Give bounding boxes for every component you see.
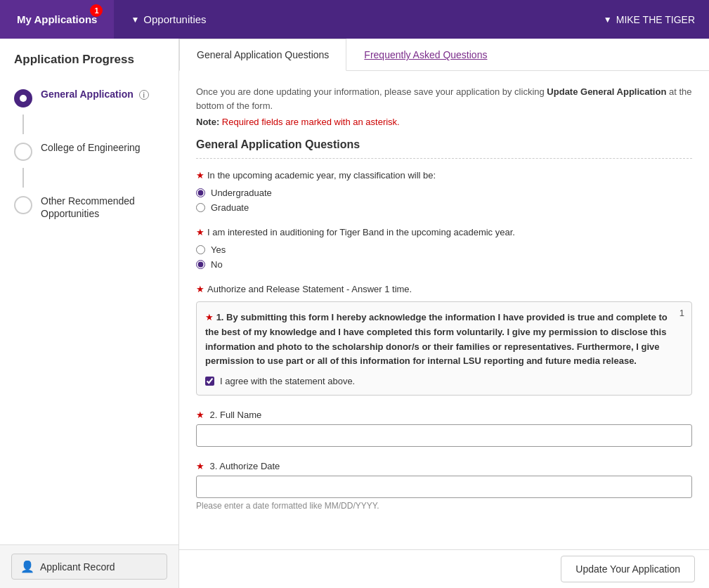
question-authorize-label: ★Authorize and Release Statement - Answe… xyxy=(196,284,692,294)
question-authorize-release: ★Authorize and Release Statement - Answe… xyxy=(196,284,692,396)
radio-no[interactable]: No xyxy=(196,259,692,270)
user-label: MIKE THE TIGER xyxy=(616,14,695,25)
radio-undergraduate-input[interactable] xyxy=(196,188,205,197)
info-icon-general-application[interactable]: i xyxy=(139,90,149,100)
sidebar-label-general-application: General Application i xyxy=(41,88,149,100)
bottom-bar: Update Your Application xyxy=(179,549,709,588)
sidebar-item-general-application[interactable]: General Application i xyxy=(7,81,171,115)
sidebar-label-other-recommended: Other Recommended Opportunities xyxy=(41,195,164,220)
question-tiger-band-label: ★I am interested in auditioning for Tige… xyxy=(196,227,692,237)
form-info-text: Once you are done updating your informat… xyxy=(196,85,692,112)
top-nav: My Applications 1 ▼ Opportunities ▼ MIKE… xyxy=(0,0,709,39)
authorize-date-hint: Please enter a date formatted like MM/DD… xyxy=(196,501,692,511)
field-authorize-date-label: ★ 3. Authorize Date xyxy=(196,461,692,471)
my-applications-nav[interactable]: My Applications 1 xyxy=(0,0,114,39)
authorize-text: ★ 1. By submitting this form I hereby ac… xyxy=(205,311,683,369)
radio-graduate-input[interactable] xyxy=(196,203,205,212)
checkbox-agree[interactable]: I agree with the statement above. xyxy=(205,376,683,386)
authorize-counter: 1 xyxy=(679,308,684,318)
sidebar-items: General Application i College of Enginee… xyxy=(0,81,178,544)
form-note: Note: Required fields are marked with an… xyxy=(196,117,692,127)
sidebar-icon-college-of-engineering xyxy=(14,143,32,161)
caret-icon: ▼ xyxy=(131,15,139,25)
sidebar-title: Application Progress xyxy=(0,53,178,81)
update-button-label: Update Your Application xyxy=(575,563,680,575)
radio-yes-input[interactable] xyxy=(196,245,205,254)
sidebar-item-college-of-engineering[interactable]: College of Engineering xyxy=(7,134,171,168)
checkbox-agree-input[interactable] xyxy=(205,377,214,386)
field-full-name: ★ 2. Full Name xyxy=(196,410,692,447)
question-classification: ★In the upcoming academic year, my class… xyxy=(196,170,692,213)
checkbox-agree-label: I agree with the statement above. xyxy=(220,376,355,386)
main-layout: Application Progress General Application… xyxy=(0,39,709,588)
sidebar-icon-general-application xyxy=(14,89,32,107)
radio-no-input[interactable] xyxy=(196,260,205,269)
applicant-record-button[interactable]: 👤 Applicant Record xyxy=(11,554,167,580)
radio-yes[interactable]: Yes xyxy=(196,244,692,255)
nav-badge: 1 xyxy=(90,4,103,17)
radio-graduate[interactable]: Graduate xyxy=(196,202,692,213)
applicant-record-icon: 👤 xyxy=(20,560,34,573)
applicant-record-label: Applicant Record xyxy=(40,561,115,573)
sidebar-footer: 👤 Applicant Record xyxy=(0,544,178,588)
radio-undergraduate[interactable]: Undergraduate xyxy=(196,188,692,198)
question-classification-label: ★In the upcoming academic year, my class… xyxy=(196,170,692,181)
sidebar-item-other-recommended[interactable]: Other Recommended Opportunities xyxy=(7,188,171,227)
my-applications-label: My Applications xyxy=(17,13,97,25)
field-authorize-date: ★ 3. Authorize Date Please enter a date … xyxy=(196,461,692,511)
tab-bar: General Application Questions Frequently… xyxy=(179,39,709,71)
sidebar-connector-1 xyxy=(22,115,24,134)
sidebar-label-college-of-engineering: College of Engineering xyxy=(41,141,141,154)
field-full-name-label: ★ 2. Full Name xyxy=(196,410,692,420)
user-caret-icon: ▼ xyxy=(604,15,612,25)
tab-faq[interactable]: Frequently Asked Questions xyxy=(346,39,505,70)
sidebar-icon-other-recommended xyxy=(14,196,32,214)
opportunities-label: Opportunities xyxy=(143,13,206,25)
sidebar-connector-2 xyxy=(22,168,24,188)
full-name-input[interactable] xyxy=(196,424,692,447)
authorize-box: 1 ★ 1. By submitting this form I hereby … xyxy=(196,301,692,396)
opportunities-nav[interactable]: ▼ Opportunities xyxy=(114,0,223,39)
authorize-date-input[interactable] xyxy=(196,476,692,498)
tab-general-application-questions[interactable]: General Application Questions xyxy=(179,39,346,71)
question-tiger-band: ★I am interested in auditioning for Tige… xyxy=(196,227,692,270)
update-application-button[interactable]: Update Your Application xyxy=(561,556,695,582)
form-content: Once you are done updating your informat… xyxy=(179,71,709,549)
sidebar: Application Progress General Application… xyxy=(0,39,179,588)
content-area: General Application Questions Frequently… xyxy=(179,39,709,588)
user-menu[interactable]: ▼ MIKE THE TIGER xyxy=(590,0,709,39)
section-title: General Application Questions xyxy=(196,138,692,159)
